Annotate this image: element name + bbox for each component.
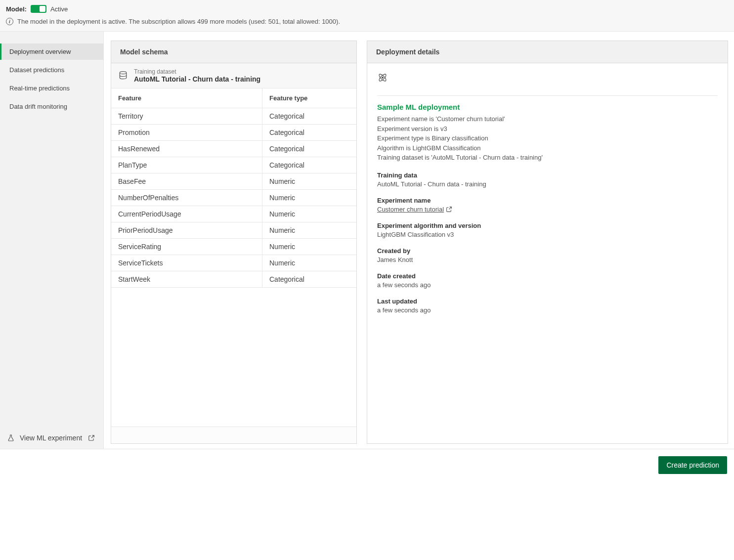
feature-row: PriorPeriodUsageNumeric [111,222,356,239]
detail-block: Experiment algorithm and versionLightGBM… [377,222,718,238]
feature-row: PromotionCategorical [111,125,356,141]
model-label: Model: [6,5,27,13]
training-dataset-label: Training dataset [134,68,260,75]
feature-row: CurrentPeriodUsageNumeric [111,206,356,222]
feature-row: TerritoryCategorical [111,108,356,125]
feature-column-header: Feature [111,88,262,108]
deployment-name: Sample ML deployment [377,103,718,111]
feature-type-column-header: Feature type [262,88,356,108]
feature-name: PlanType [111,157,262,173]
detail-label: Date created [377,272,718,280]
feature-name: StartWeek [111,271,262,287]
feature-type: Numeric [262,239,356,255]
info-icon: i [6,18,13,25]
detail-label: Training data [377,172,718,179]
feature-row: ServiceRatingNumeric [111,239,356,255]
deployment-summary-line: Experiment type is Binary classification [377,133,718,143]
feature-type: Categorical [262,141,356,157]
detail-label: Created by [377,247,718,255]
deployment-summary-line: Experiment name is 'Customer churn tutor… [377,114,718,124]
feature-row: PlanTypeCategorical [111,157,356,173]
detail-value: LightGBM Classification v3 [377,231,718,238]
feature-name: NumberOfPenalties [111,190,262,206]
sidebar-item-real-time-predictions[interactable]: Real-time predictions [0,80,103,96]
feature-row: HasRenewedCategorical [111,141,356,157]
model-info-text: The model in the deployment is active. T… [17,18,340,25]
svg-point-1 [382,77,384,79]
sidebar: Deployment overviewDataset predictionsRe… [0,32,104,449]
detail-block: Experiment nameCustomer churn tutorial [377,197,718,213]
detail-value: a few seconds ago [377,306,718,314]
detail-value: James Knott [377,256,718,263]
view-ml-experiment-link[interactable]: View ML experiment [0,428,103,449]
feature-name: PriorPeriodUsage [111,222,262,238]
external-link-icon [446,206,452,213]
feature-name: Territory [111,108,262,124]
detail-label: Experiment algorithm and version [377,222,718,229]
feature-table-header: Feature Feature type [111,88,356,108]
feature-name: CurrentPeriodUsage [111,206,262,222]
model-schema-panel: Model schema Training dataset AutoML Tut… [111,41,357,444]
feature-name: HasRenewed [111,141,262,157]
detail-block: Created byJames Knott [377,247,718,263]
model-schema-header: Model schema [111,41,356,63]
deployment-details-header: Deployment details [367,41,728,63]
top-banner: Model: Active i The model in the deploym… [0,0,734,32]
sidebar-item-data-drift-monitoring[interactable]: Data drift monitoring [0,98,103,115]
feature-row: ServiceTicketsNumeric [111,255,356,271]
feature-type: Numeric [262,206,356,222]
feature-type: Categorical [262,125,356,140]
detail-value: a few seconds ago [377,281,718,289]
feature-name: BaseFee [111,173,262,189]
feature-type: Numeric [262,255,356,271]
training-dataset-name: AutoML Tutorial - Churn data - training [134,75,260,83]
svg-point-0 [120,72,126,74]
atom-icon [377,72,388,83]
model-active-toggle[interactable] [31,5,46,13]
deployment-summary-line: Algorithm is LightGBM Classification [377,143,718,153]
detail-block: Last updateda few seconds ago [377,298,718,314]
bottom-action-bar: Create prediction [0,449,734,481]
training-dataset-row: Training dataset AutoML Tutorial - Churn… [111,63,356,88]
schema-footer [111,427,356,443]
database-icon [118,71,128,81]
feature-row: NumberOfPenaltiesNumeric [111,190,356,206]
detail-value: AutoML Tutorial - Churn data - training [377,180,718,188]
deployment-summary-line: Training dataset is 'AutoML Tutorial - C… [377,153,718,163]
flask-icon [7,434,15,442]
deployment-details-panel: Deployment details Sample ML deployment … [367,41,728,444]
feature-type: Numeric [262,173,356,189]
feature-type: Numeric [262,222,356,238]
sidebar-item-deployment-overview[interactable]: Deployment overview [0,43,103,60]
feature-type: Categorical [262,157,356,173]
feature-type: Numeric [262,190,356,206]
view-experiment-label: View ML experiment [20,434,82,442]
model-status-text: Active [50,5,68,13]
create-prediction-button[interactable]: Create prediction [658,456,727,474]
deployment-summary-line: Experiment version is v3 [377,124,718,134]
detail-value-link[interactable]: Customer churn tutorial [377,206,452,213]
feature-row: BaseFeeNumeric [111,173,356,190]
feature-type: Categorical [262,108,356,124]
detail-label: Last updated [377,298,718,305]
external-link-icon [88,434,95,441]
detail-block: Date createda few seconds ago [377,272,718,289]
detail-block: Training dataAutoML Tutorial - Churn dat… [377,172,718,188]
detail-label: Experiment name [377,197,718,204]
feature-type: Categorical [262,271,356,287]
sidebar-item-dataset-predictions[interactable]: Dataset predictions [0,62,103,78]
feature-row: StartWeekCategorical [111,271,356,288]
feature-name: ServiceTickets [111,255,262,271]
feature-name: Promotion [111,125,262,140]
feature-name: ServiceRating [111,239,262,255]
